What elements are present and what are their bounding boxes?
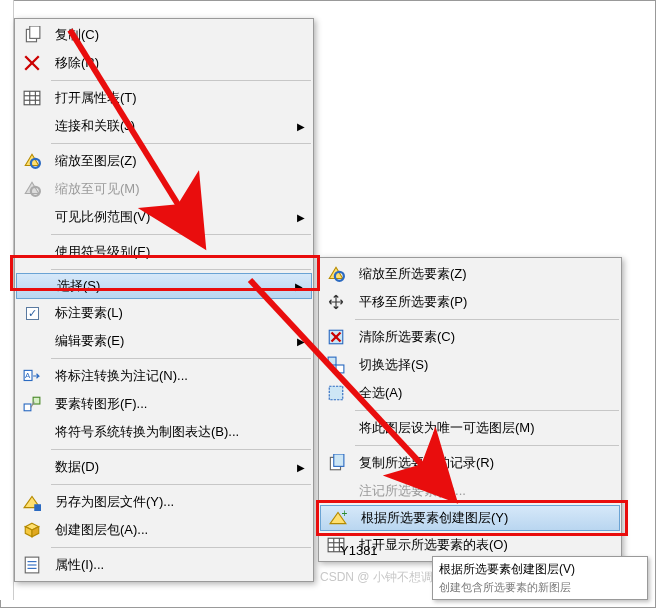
menu-item-label: 清除所选要素(C): [353, 328, 615, 346]
properties-icon: [15, 551, 49, 579]
table-icon: [15, 84, 49, 112]
svg-rect-35: [334, 454, 344, 466]
blank-icon: [17, 272, 51, 300]
menu-item-label: 切换选择(S): [353, 356, 615, 374]
menu-separator: [51, 143, 311, 144]
menu-item[interactable]: 移除(R): [15, 49, 313, 77]
menu-item[interactable]: 数据(D)▶: [15, 453, 313, 481]
menu-item-label: 连接和关联(J): [49, 117, 295, 135]
menu-item[interactable]: 连接和关联(J)▶: [15, 112, 313, 140]
tooltip: 根据所选要素创建图层(V) 创建包含所选要素的新图层: [432, 556, 648, 600]
menu-item-label: 另存为图层文件(Y)...: [49, 493, 307, 511]
blank-icon: [15, 112, 49, 140]
menu-item[interactable]: 标注要素(L): [15, 299, 313, 327]
menu-separator: [51, 358, 311, 359]
menu-item-label: 将符号系统转换为制图表达(B)...: [49, 423, 307, 441]
checkbox-icon: [15, 299, 49, 327]
blank-icon: [15, 418, 49, 446]
menu-item-label: 缩放至可见(M): [49, 180, 307, 198]
svg-rect-33: [329, 386, 343, 400]
menu-item-label: 属性(I)...: [49, 556, 307, 574]
map-feature-label: Y1381: [340, 543, 378, 558]
menu-item-label: 缩放至所选要素(Z): [353, 265, 615, 283]
blank-icon: [319, 414, 353, 442]
svg-rect-18: [34, 504, 41, 511]
blank-icon: [15, 327, 49, 355]
menu-separator: [51, 449, 311, 450]
submenu-arrow-icon: ▶: [295, 212, 307, 223]
menu-separator: [51, 80, 311, 81]
menu-item: 注记所选要素(N)...: [319, 477, 621, 505]
clear-selection-icon: [319, 323, 353, 351]
menu-item[interactable]: 将符号系统转换为制图表达(B)...: [15, 418, 313, 446]
menu-item[interactable]: 复制(C): [15, 21, 313, 49]
menu-item-label: 选择(S): [51, 277, 293, 295]
menu-item-label: 数据(D): [49, 458, 295, 476]
menu-separator: [355, 319, 619, 320]
blank-icon: [15, 238, 49, 266]
menu-item-label: 要素转图形(F)...: [49, 395, 307, 413]
tooltip-desc: 创建包含所选要素的新图层: [439, 580, 641, 595]
pan-icon: [319, 288, 353, 316]
svg-text:A: A: [25, 371, 31, 380]
menu-item[interactable]: 选择(S)▶: [16, 273, 312, 299]
submenu-arrow-icon: ▶: [295, 121, 307, 132]
copy-icon: [15, 21, 49, 49]
menu-item[interactable]: 编辑要素(E)▶: [15, 327, 313, 355]
menu-item[interactable]: 属性(I)...: [15, 551, 313, 579]
menu-item[interactable]: 打开属性表(T): [15, 84, 313, 112]
menu-item[interactable]: 清除所选要素(C): [319, 323, 621, 351]
svg-rect-32: [336, 365, 344, 373]
menu-item-label: 复制(C): [49, 26, 307, 44]
menu-item[interactable]: 创建图层包(A)...: [15, 516, 313, 544]
menu-item-label: 打开属性表(T): [49, 89, 307, 107]
svg-rect-1: [30, 26, 40, 38]
layer-package-icon: [15, 516, 49, 544]
zoom-visible-icon: [15, 175, 49, 203]
create-layer-icon: +: [321, 504, 355, 532]
blank-icon: [319, 477, 353, 505]
menu-item-label: 可见比例范围(V): [49, 208, 295, 226]
submenu-arrow-icon: ▶: [293, 281, 305, 292]
menu-item[interactable]: 使用符号级别(E): [15, 238, 313, 266]
blank-icon: [15, 453, 49, 481]
menu-item[interactable]: 将此图层设为唯一可选图层(M): [319, 414, 621, 442]
zoom-layer-icon: [15, 147, 49, 175]
menu-separator: [355, 445, 619, 446]
svg-rect-15: [24, 404, 31, 411]
select-all-icon: [319, 379, 353, 407]
menu-item-label: 平移至所选要素(P): [353, 293, 615, 311]
menu-item-label: 根据所选要素创建图层(Y): [355, 509, 613, 527]
menu-item[interactable]: 切换选择(S): [319, 351, 621, 379]
menu-separator: [355, 410, 619, 411]
menu-item[interactable]: A将标注转换为注记(N)...: [15, 362, 313, 390]
menu-item[interactable]: 要素转图形(F)...: [15, 390, 313, 418]
menu-item-label: 编辑要素(E): [49, 332, 295, 350]
tooltip-title: 根据所选要素创建图层(V): [439, 561, 641, 578]
menu-separator: [51, 234, 311, 235]
select-submenu: 缩放至所选要素(Z)平移至所选要素(P)清除所选要素(C)切换选择(S)全选(A…: [318, 257, 622, 562]
menu-separator: [51, 547, 311, 548]
menu-item-label: 复制所选要素的记录(R): [353, 454, 615, 472]
menu-item-label: 注记所选要素(N)...: [353, 482, 615, 500]
menu-item[interactable]: 缩放至所选要素(Z): [319, 260, 621, 288]
menu-separator: [51, 484, 311, 485]
zoom-layer-icon: [319, 260, 353, 288]
blank-icon: [15, 203, 49, 231]
menu-item-label: 全选(A): [353, 384, 615, 402]
menu-item[interactable]: 可见比例范围(V)▶: [15, 203, 313, 231]
menu-item-label: 缩放至图层(Z): [49, 152, 307, 170]
menu-item-label: 将标注转换为注记(N)...: [49, 367, 307, 385]
menu-item[interactable]: +根据所选要素创建图层(Y): [320, 505, 620, 531]
menu-separator: [51, 269, 311, 270]
svg-rect-4: [24, 91, 40, 105]
submenu-arrow-icon: ▶: [295, 336, 307, 347]
menu-item[interactable]: 全选(A): [319, 379, 621, 407]
menu-item[interactable]: 另存为图层文件(Y)...: [15, 488, 313, 516]
menu-item-label: 使用符号级别(E): [49, 243, 307, 261]
menu-item[interactable]: 复制所选要素的记录(R): [319, 449, 621, 477]
menu-item[interactable]: 缩放至图层(Z): [15, 147, 313, 175]
menu-item-label: 创建图层包(A)...: [49, 521, 307, 539]
menu-item[interactable]: 平移至所选要素(P): [319, 288, 621, 316]
menu-item-label: 将此图层设为唯一可选图层(M): [353, 419, 615, 437]
